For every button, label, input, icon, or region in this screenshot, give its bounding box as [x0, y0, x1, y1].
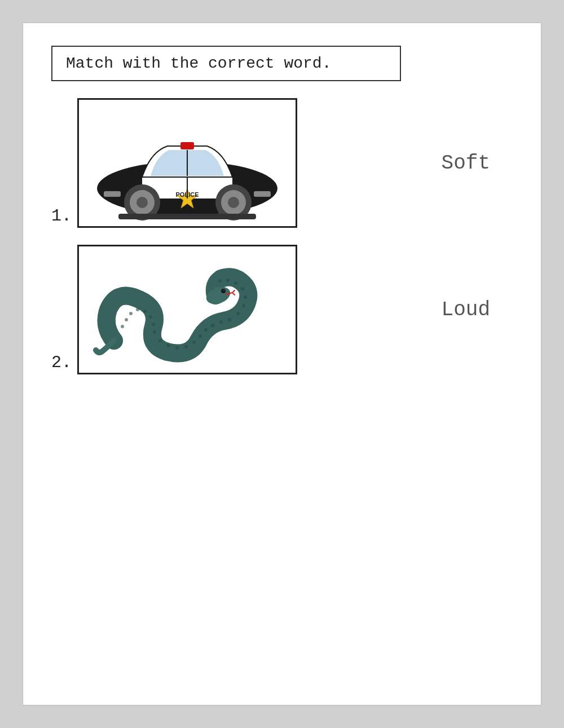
svg-point-30: [204, 328, 208, 332]
worksheet-title: Match with the correct word.: [66, 55, 331, 72]
image-box-1: POLICE: [77, 98, 297, 228]
worksheet-page: Match with the correct word. 1.: [23, 23, 541, 705]
svg-point-19: [136, 308, 139, 311]
title-box: Match with the correct word.: [51, 46, 401, 81]
svg-point-21: [149, 315, 152, 319]
svg-point-23: [153, 330, 156, 334]
row-1: 1. POLICE: [51, 98, 513, 228]
svg-point-38: [234, 281, 237, 285]
svg-point-20: [143, 310, 147, 313]
svg-point-16: [121, 325, 124, 328]
svg-point-27: [184, 345, 188, 348]
snake-image: [86, 253, 289, 366]
svg-point-32: [219, 320, 223, 324]
svg-point-17: [125, 318, 128, 321]
svg-point-34: [236, 312, 240, 315]
svg-point-28: [192, 341, 196, 344]
svg-rect-13: [180, 142, 194, 149]
word-label-2: Loud: [442, 298, 490, 321]
row-2: 2.: [51, 245, 513, 374]
word-label-1: Soft: [442, 152, 490, 175]
svg-point-35: [242, 304, 245, 307]
item-number-1: 1.: [51, 206, 72, 228]
svg-point-33: [228, 318, 231, 321]
svg-point-36: [244, 295, 247, 299]
svg-point-10: [228, 197, 239, 208]
image-box-2: [77, 245, 297, 374]
svg-point-43: [223, 290, 225, 292]
svg-point-26: [175, 346, 179, 350]
svg-point-40: [218, 279, 222, 283]
svg-point-37: [241, 287, 244, 290]
svg-point-25: [166, 344, 170, 347]
svg-point-39: [226, 279, 230, 282]
svg-rect-11: [104, 191, 121, 197]
svg-rect-15: [118, 214, 256, 219]
svg-point-7: [136, 197, 148, 208]
svg-point-18: [129, 312, 133, 315]
svg-point-24: [158, 339, 162, 342]
svg-point-29: [199, 334, 202, 338]
svg-rect-12: [254, 191, 271, 197]
item-number-2: 2.: [51, 353, 72, 374]
svg-point-22: [152, 323, 155, 326]
svg-point-31: [211, 324, 214, 327]
police-car-image: POLICE: [86, 104, 289, 222]
